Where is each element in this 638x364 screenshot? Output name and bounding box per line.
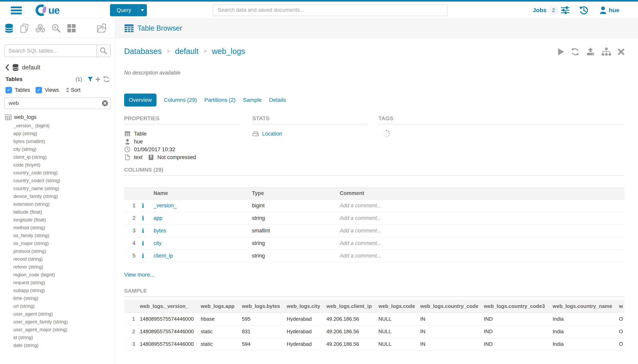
query-dropdown-caret-icon[interactable] [138,4,147,16]
column-item[interactable]: request (string) [4,279,111,286]
column-item[interactable]: app (string) [4,130,111,138]
column-name-link[interactable]: client_ip [148,253,252,259]
column-name-link[interactable]: city [148,240,252,246]
column-item[interactable]: user_agent_major (string) [4,326,111,334]
column-item[interactable]: latitude (float) [4,208,111,216]
column-name-link[interactable]: bytes [148,228,252,234]
column-item[interactable]: country_name (string) [4,184,111,192]
column-comment-placeholder[interactable]: Add a comment... [338,215,624,221]
tab-overview[interactable]: Overview [124,94,156,106]
assist-icon-bar [0,19,115,38]
jobs-count-badge[interactable]: 2 [549,6,558,15]
upload-icon[interactable] [586,48,595,56]
tab-details[interactable]: Details [269,94,286,106]
column-item[interactable]: method (string) [4,224,111,232]
current-database-name[interactable]: default [22,64,40,71]
column-item[interactable]: subapp (string) [4,286,111,294]
column-item[interactable]: longitude (float) [4,216,111,224]
column-item[interactable]: os_family (string) [4,232,111,240]
add-table-icon[interactable] [95,77,101,82]
breadcrumb: Databases > default > web_logs [124,47,624,56]
column-item[interactable]: country_code3 (string) [4,177,111,184]
table-description[interactable]: No description available [124,70,624,76]
breadcrumb-table[interactable]: web_logs [212,47,245,56]
refresh-icon[interactable] [571,48,579,56]
property-created-value: 01/06/2017 10:32 [134,146,175,152]
sql-table-search-input[interactable] [5,45,96,57]
sample-cell-code: NULL [376,341,418,347]
jobs-link[interactable]: Jobs [533,7,546,14]
tables-checkbox-label[interactable]: Tables [15,87,30,93]
view-more-link[interactable]: View more... [124,272,624,278]
tab-sample[interactable]: Sample [243,94,262,106]
column-item[interactable]: url (string) [4,302,111,310]
location-link[interactable]: Location [262,131,282,137]
folder-documents-icon[interactable] [97,24,107,33]
column-item[interactable]: os_major (string) [4,240,111,247]
column-item[interactable]: protocol (string) [4,247,111,255]
query-play-icon[interactable] [558,48,564,56]
apps-grid-icon[interactable] [67,24,76,32]
breadcrumb-databases[interactable]: Databases [124,47,162,56]
sql-table-search-button[interactable] [96,45,110,57]
back-chevron-icon[interactable] [6,64,9,70]
table-entry-web-logs[interactable]: web_logs [4,114,111,120]
history-icon[interactable] [579,6,588,14]
sort-control[interactable]: Sort [66,87,81,93]
tab-columns[interactable]: Columns (29) [164,94,197,106]
search-zoom-icon[interactable] [52,24,61,33]
column-item[interactable]: code (tinyint) [4,161,111,169]
close-icon[interactable] [618,48,624,55]
clear-filter-icon[interactable] [102,100,108,106]
column-comment-placeholder[interactable]: Add a comment... [338,202,624,209]
cubes-icon[interactable] [35,24,45,33]
views-checkbox[interactable]: ✓ [36,87,42,93]
tab-partitions[interactable]: Partitions (2) [204,94,236,106]
breadcrumb-database[interactable]: default [175,47,198,56]
column-name-link[interactable]: _version_ [148,202,252,209]
filter-funnel-icon[interactable] [88,77,93,82]
table-filter-input[interactable] [4,97,111,109]
column-comment-placeholder[interactable]: Add a comment... [338,240,624,246]
column-info-icon[interactable]: i [142,228,144,234]
views-checkbox-label[interactable]: Views [45,87,59,93]
column-info-icon[interactable]: i [142,202,144,209]
global-search-input[interactable] [213,4,448,16]
sql-databases-icon[interactable] [5,23,13,33]
column-item[interactable]: city (string) [4,145,111,153]
column-comment-placeholder[interactable]: Add a comment... [338,253,624,259]
column-item[interactable]: _version_ (bigint) [4,122,111,130]
column-info-icon[interactable]: i [142,240,144,247]
database-icon [12,64,19,71]
sample-cell-country-code: IN [418,328,482,334]
column-comment-placeholder[interactable]: Add a comment... [338,228,624,234]
user-icon [599,6,606,14]
refresh-tables-icon[interactable] [103,76,110,82]
sliders-icon[interactable] [561,6,570,14]
column-item[interactable]: bytes (smallint) [4,138,111,145]
column-item[interactable]: record (string) [4,255,111,263]
hue-logo[interactable]: ue [35,4,60,16]
column-item[interactable]: extension (string) [4,200,111,208]
column-item[interactable]: user_agent (string) [4,310,111,318]
hamburger-menu-icon[interactable] [11,6,22,14]
column-item[interactable]: user_agent_family (string) [4,318,111,326]
column-item[interactable]: referer (string) [4,263,111,271]
column-item[interactable]: date (string) [4,342,111,349]
column-item[interactable]: id (string) [4,334,111,342]
column-info-icon[interactable]: i [142,252,144,259]
column-item[interactable]: region_code (bigint) [4,271,111,279]
sitemap-icon[interactable] [602,48,611,56]
columns-header-comment: Comment [338,190,624,196]
documents-icon[interactable] [20,24,29,33]
column-item[interactable]: country_code (string) [4,169,111,177]
column-item[interactable]: time (string) [4,294,111,302]
column-item[interactable]: device_family (string) [4,192,111,200]
user-menu[interactable]: hue [599,6,619,14]
tables-checkbox[interactable]: ✓ [6,87,12,93]
column-info-icon[interactable]: i [142,215,144,222]
page-header: Table Browser [115,19,638,38]
column-item[interactable]: client_ip (string) [4,153,111,161]
query-button[interactable]: Query [110,4,147,16]
column-name-link[interactable]: app [148,215,252,221]
